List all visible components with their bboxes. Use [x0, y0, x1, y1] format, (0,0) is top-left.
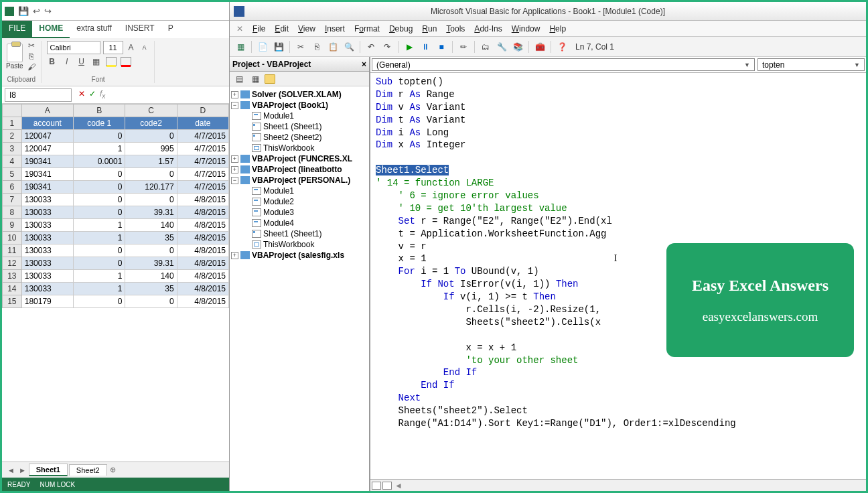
toolbox-icon[interactable]: 🧰 [533, 40, 547, 54]
copy-icon[interactable]: ⎘ [310, 40, 323, 54]
cell[interactable]: 1.57 [125, 155, 177, 168]
row-h[interactable]: 12 [3, 257, 22, 270]
cell[interactable]: 0 [125, 295, 177, 308]
cell[interactable]: 120.177 [125, 181, 177, 194]
menu-run[interactable]: Run [422, 24, 437, 33]
close-child-icon[interactable]: ✕ [236, 24, 243, 33]
cell[interactable]: 0 [74, 194, 125, 206]
name-box[interactable]: I8 [5, 88, 72, 102]
cell[interactable]: 130033 [21, 270, 73, 283]
cell[interactable]: 4/8/2015 [177, 194, 228, 206]
project-tree[interactable]: +Solver (SOLVER.XLAM) −VBAProject (Book1… [230, 86, 369, 491]
cell[interactable]: 120047 [21, 130, 73, 143]
cell[interactable]: 1 [74, 219, 125, 232]
format-painter-icon[interactable]: 🖌 [26, 62, 37, 72]
cell[interactable]: 130033 [21, 232, 73, 244]
menu-edit[interactable]: Edit [275, 24, 289, 33]
cell[interactable]: 995 [125, 143, 177, 155]
qat-save-icon[interactable]: 💾 [18, 6, 29, 16]
cell[interactable]: 4/8/2015 [177, 295, 228, 308]
find-icon[interactable]: 🔍 [342, 40, 356, 54]
row-h[interactable]: 14 [3, 283, 22, 295]
border-icon[interactable]: ▦ [91, 57, 102, 66]
col-a[interactable]: A [21, 104, 73, 117]
increase-font-icon[interactable]: A [126, 43, 137, 52]
copy-icon[interactable]: ⎘ [26, 52, 37, 61]
tab-p[interactable]: P [161, 21, 180, 38]
row-h[interactable]: 8 [3, 206, 22, 219]
procedure-dropdown[interactable]: topten▼ [757, 58, 865, 71]
scroll-left-icon[interactable]: ◄ [394, 481, 403, 490]
menu-window[interactable]: Window [512, 24, 540, 33]
project-explorer-icon[interactable]: 🗂 [479, 40, 492, 54]
tree-p-m4[interactable]: Module4 [263, 218, 294, 228]
sheet-nav-next-icon[interactable]: ► [17, 466, 27, 474]
row-h[interactable]: 15 [3, 295, 22, 308]
row-h[interactable]: 13 [3, 270, 22, 283]
view-excel-icon[interactable]: ▦ [234, 40, 247, 54]
qat-undo-icon[interactable]: ↩ [33, 6, 40, 16]
reset-icon[interactable]: ■ [435, 40, 448, 54]
worksheet-grid[interactable]: ABCD 1accountcode 1code2date 2120047004/… [2, 104, 229, 462]
object-dropdown[interactable]: (General)▼ [372, 58, 755, 71]
font-size-select[interactable]: 11 [103, 41, 123, 54]
menu-debug[interactable]: Debug [389, 24, 413, 33]
cut-icon[interactable]: ✂ [294, 40, 307, 54]
cell[interactable]: 130033 [21, 257, 73, 270]
tree-sheet1[interactable]: Sheet1 (Sheet1) [263, 122, 321, 131]
tree-p-s1[interactable]: Sheet1 (Sheet1) [263, 229, 321, 238]
tree-lineat[interactable]: VBAProject (lineatbotto [252, 165, 342, 174]
cell[interactable]: 1 [74, 270, 125, 283]
menu-tools[interactable]: Tools [446, 24, 465, 33]
cell[interactable]: 130033 [21, 206, 73, 219]
design-mode-icon[interactable]: ✏ [457, 40, 470, 54]
row-h[interactable]: 11 [3, 244, 22, 257]
row-h[interactable]: 5 [3, 168, 22, 181]
bold-button[interactable]: B [47, 57, 58, 66]
tree-book1[interactable]: VBAProject (Book1) [252, 100, 328, 110]
cell[interactable]: 4/8/2015 [177, 257, 228, 270]
cell[interactable]: 0 [74, 257, 125, 270]
menu-help[interactable]: Help [549, 24, 566, 33]
close-icon[interactable]: × [362, 60, 366, 69]
cell[interactable]: 130033 [21, 283, 73, 295]
cell[interactable]: 39.31 [125, 257, 177, 270]
row-h[interactable]: 9 [3, 219, 22, 232]
cell[interactable]: 0 [125, 244, 177, 257]
decrease-font-icon[interactable]: A [139, 43, 150, 52]
qat-redo-icon[interactable]: ↪ [44, 6, 52, 16]
cell[interactable]: 130033 [21, 194, 73, 206]
help-icon[interactable]: ❓ [555, 40, 569, 54]
paste-icon[interactable]: 📋 [326, 40, 340, 54]
cell[interactable]: 130033 [21, 244, 73, 257]
cut-icon[interactable]: ✂ [26, 41, 37, 50]
fill-color-button[interactable] [106, 57, 117, 66]
underline-button[interactable]: U [76, 57, 87, 66]
insert-module-icon[interactable]: 📄 [256, 40, 269, 54]
row-1[interactable]: 1 [3, 117, 22, 130]
toggle-folders-icon[interactable] [265, 74, 275, 84]
tree-thisworkbook[interactable]: ThisWorkbook [263, 143, 314, 153]
view-code-icon[interactable]: ▤ [232, 72, 246, 86]
cell[interactable]: 0 [125, 168, 177, 181]
row-h[interactable]: 3 [3, 143, 22, 155]
properties-icon[interactable]: 🔧 [495, 40, 508, 54]
cell[interactable]: 4/8/2015 [177, 244, 228, 257]
cell[interactable]: 4/7/2015 [177, 143, 228, 155]
tree-p-m3[interactable]: Module3 [263, 208, 294, 217]
cell[interactable]: 190341 [21, 181, 73, 194]
italic-button[interactable]: I [62, 57, 72, 66]
procedure-view-icon[interactable] [372, 482, 381, 490]
cancel-icon[interactable]: ✕ [78, 89, 85, 100]
cell[interactable]: 0 [74, 181, 125, 194]
cell[interactable]: 0 [74, 130, 125, 143]
cell[interactable]: 1 [74, 143, 125, 155]
tree-personal[interactable]: VBAProject (PERSONAL.) [252, 175, 350, 185]
cell[interactable]: 4/8/2015 [177, 206, 228, 219]
cell[interactable]: 0 [125, 194, 177, 206]
cell[interactable]: 140 [125, 219, 177, 232]
cell[interactable]: 4/7/2015 [177, 155, 228, 168]
cell[interactable]: 0 [74, 168, 125, 181]
cell[interactable]: 4/7/2015 [177, 168, 228, 181]
cell[interactable]: 1 [74, 232, 125, 244]
